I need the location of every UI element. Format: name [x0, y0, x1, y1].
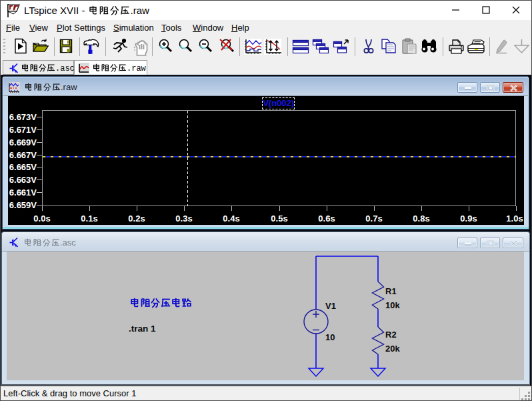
svg-text:R2: R2 — [385, 330, 397, 340]
svg-text:R1: R1 — [385, 286, 397, 296]
svg-text:20k: 20k — [385, 344, 400, 354]
svg-text:10k: 10k — [385, 300, 400, 310]
svg-text:V1: V1 — [325, 301, 336, 311]
svg-text:10: 10 — [325, 332, 335, 342]
